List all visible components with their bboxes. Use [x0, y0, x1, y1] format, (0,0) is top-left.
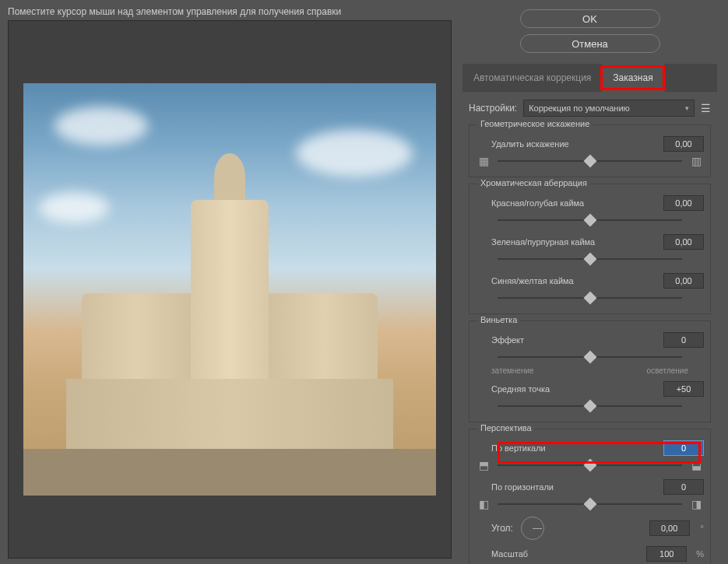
group-geometric: Геометрическое искажение Удалить искажен…: [469, 124, 711, 177]
red-cyan-input[interactable]: [663, 195, 704, 211]
vignette-effect-label: Эффект: [476, 335, 657, 345]
perspective-horiz-left-icon[interactable]: ◧: [476, 496, 491, 512]
red-cyan-slider[interactable]: [498, 215, 682, 226]
menu-icon[interactable]: ☰: [701, 102, 711, 114]
vignette-effect-slider[interactable]: [498, 352, 682, 363]
remove-distortion-input[interactable]: [663, 136, 704, 152]
perspective-horiz-input[interactable]: [663, 479, 704, 495]
vignette-light-label: осветление: [647, 366, 688, 375]
vignette-dark-label: затемнение: [491, 366, 534, 375]
group-vignette: Виньетка Эффект затемнение осветление Ср…: [469, 321, 711, 422]
group-chromatic: Хроматическая аберрация Красная/голубая …: [469, 184, 711, 314]
perspective-vert-up-icon[interactable]: ⬒: [476, 457, 491, 473]
angle-dial[interactable]: [521, 517, 544, 540]
tab-auto-correction[interactable]: Автоматическая коррекция: [462, 64, 602, 92]
scale-unit: %: [696, 549, 704, 559]
group-title-geometric: Геометрическое искажение: [477, 119, 593, 128]
tabs: Автоматическая коррекция Заказная: [462, 64, 717, 92]
settings-dropdown[interactable]: Коррекция по умолчанию ▾: [523, 100, 695, 117]
pincushion-icon[interactable]: ▥: [688, 153, 704, 169]
vignette-mid-label: Средняя точка: [476, 384, 657, 394]
perspective-horiz-right-icon[interactable]: ◨: [688, 496, 704, 512]
group-title-vignette: Виньетка: [477, 315, 520, 324]
degree-icon: °: [701, 524, 704, 533]
scale-label: Масштаб: [476, 549, 640, 559]
red-cyan-label: Красная/голубая кайма: [476, 198, 657, 208]
vignette-mid-slider[interactable]: [498, 401, 682, 412]
vignette-mid-input[interactable]: [663, 381, 704, 397]
perspective-vert-label: По вертикали: [476, 443, 657, 453]
cancel-button[interactable]: Отмена: [520, 34, 660, 53]
perspective-horiz-label: По горизонтали: [476, 482, 657, 492]
preview-area: [8, 20, 452, 559]
green-magenta-label: Зеленая/пурпурная кайма: [476, 237, 657, 247]
vignette-effect-input[interactable]: [663, 332, 704, 348]
angle-label: Угол:: [491, 523, 513, 534]
perspective-vert-down-icon[interactable]: ⬓: [688, 457, 704, 473]
perspective-vert-input[interactable]: [663, 440, 704, 456]
perspective-vert-slider[interactable]: [498, 460, 682, 471]
chevron-down-icon: ▾: [685, 104, 689, 112]
green-magenta-slider[interactable]: [498, 254, 682, 264]
perspective-horiz-slider[interactable]: [498, 499, 682, 510]
group-title-chromatic: Хроматическая аберрация: [477, 178, 590, 187]
group-title-perspective: Перспектива: [477, 423, 535, 433]
settings-label: Настройки:: [469, 103, 517, 114]
settings-value: Коррекция по умолчанию: [529, 103, 630, 113]
green-magenta-input[interactable]: [663, 234, 704, 250]
scale-input[interactable]: [646, 546, 687, 562]
blue-yellow-slider[interactable]: [498, 293, 682, 303]
remove-distortion-slider[interactable]: [498, 156, 682, 166]
hint-text: Поместите курсор мыши над элементом упра…: [8, 6, 452, 17]
angle-input[interactable]: [649, 520, 690, 536]
group-perspective: Перспектива По вертикали ⬒ ⬓ По горизонт…: [469, 429, 711, 564]
preview-image: [23, 83, 436, 496]
ok-button[interactable]: OK: [520, 9, 660, 28]
tab-custom[interactable]: Заказная: [602, 64, 663, 92]
barrel-icon[interactable]: ▦: [476, 153, 491, 169]
remove-distortion-label: Удалить искажение: [476, 139, 657, 149]
blue-yellow-label: Синяя/желтая кайма: [476, 276, 657, 286]
blue-yellow-input[interactable]: [663, 273, 704, 289]
